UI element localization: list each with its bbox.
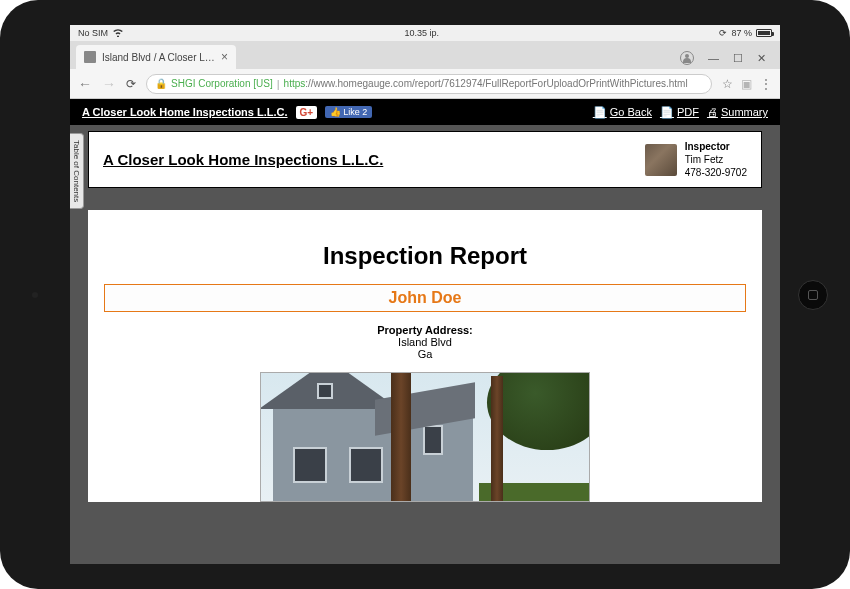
company-header: A Closer Look Home Inspections L.L.C.: [103, 151, 383, 168]
property-photo: [260, 372, 590, 502]
page-toolbar: A Closer Look Home Inspections L.L.C. G+…: [70, 99, 780, 125]
document-icon: 📄: [593, 106, 607, 119]
browser-tab[interactable]: Island Blvd / A Closer Look ×: [76, 45, 236, 69]
google-plus-button[interactable]: G+: [296, 106, 318, 119]
tab-favicon: [84, 51, 96, 63]
window-controls: — ☐ ✕: [680, 51, 774, 69]
url-box[interactable]: 🔒 SHGI Corporation [US] | https://www.ho…: [146, 74, 712, 94]
battery-percent: 87 %: [731, 28, 752, 38]
front-camera: [32, 292, 38, 298]
clock: 10.35 ip.: [404, 28, 439, 38]
wifi-icon: [112, 28, 124, 39]
orientation-lock-icon: ⟳: [719, 28, 727, 38]
report-content: Inspection Report John Doe Property Addr…: [88, 210, 762, 502]
user-icon[interactable]: [680, 51, 694, 65]
address-label: Property Address:: [104, 324, 746, 336]
forward-button[interactable]: →: [102, 76, 116, 92]
toc-tab[interactable]: Table of Contents: [70, 133, 84, 209]
tab-strip: Island Blvd / A Closer Look × — ☐ ✕: [70, 41, 780, 69]
print-icon: 🖨: [707, 106, 718, 118]
inspector-photo: [645, 144, 677, 176]
maximize-button[interactable]: ☐: [733, 52, 743, 65]
address-line-1: Island Blvd: [104, 336, 746, 348]
lock-icon: 🔒: [155, 78, 167, 89]
home-button[interactable]: [798, 280, 828, 310]
facebook-like-button[interactable]: 👍 Like 2: [325, 106, 372, 118]
page-body: Table of Contents A Closer Look Home Ins…: [70, 125, 780, 564]
report-header: A Closer Look Home Inspections L.L.C. In…: [88, 131, 762, 188]
back-button[interactable]: ←: [78, 76, 92, 92]
close-window-button[interactable]: ✕: [757, 52, 766, 65]
carrier-label: No SIM: [78, 28, 108, 38]
pdf-icon: 📄: [660, 106, 674, 119]
inspector-block: Inspector Tim Fetz 478-320-9702: [645, 140, 747, 179]
battery-icon: [756, 29, 772, 37]
client-box: John Doe: [104, 284, 746, 312]
inspector-name: Tim Fetz: [685, 153, 747, 166]
ipad-frame: No SIM 10.35 ip. ⟳ 87 % Island Blvd / A …: [0, 0, 850, 589]
report-title: Inspection Report: [104, 242, 746, 270]
address-line-2: Ga: [104, 348, 746, 360]
client-name: John Doe: [389, 289, 462, 306]
secure-org: SHGI Corporation [US]: [171, 78, 273, 89]
thumbs-up-icon: 👍: [330, 107, 341, 117]
status-bar: No SIM 10.35 ip. ⟳ 87 %: [70, 25, 780, 41]
tab-close-icon[interactable]: ×: [221, 50, 228, 64]
pdf-link[interactable]: 📄 PDF: [660, 106, 699, 119]
minimize-button[interactable]: —: [708, 52, 719, 64]
reload-button[interactable]: ⟳: [126, 77, 136, 91]
cast-icon[interactable]: ▣: [741, 77, 752, 91]
url-text: https://www.homegauge.com/report/7612974…: [284, 78, 688, 89]
screen: No SIM 10.35 ip. ⟳ 87 % Island Blvd / A …: [70, 25, 780, 564]
address-bar: ← → ⟳ 🔒 SHGI Corporation [US] | https://…: [70, 69, 780, 99]
tab-title: Island Blvd / A Closer Look: [102, 52, 215, 63]
inspector-label: Inspector: [685, 140, 747, 153]
company-link[interactable]: A Closer Look Home Inspections L.L.C.: [82, 106, 288, 118]
summary-link[interactable]: 🖨 Summary: [707, 106, 768, 118]
star-icon[interactable]: ☆: [722, 77, 733, 91]
go-back-link[interactable]: 📄 Go Back: [593, 106, 652, 119]
menu-icon[interactable]: ⋮: [760, 77, 772, 91]
inspector-phone: 478-320-9702: [685, 166, 747, 179]
